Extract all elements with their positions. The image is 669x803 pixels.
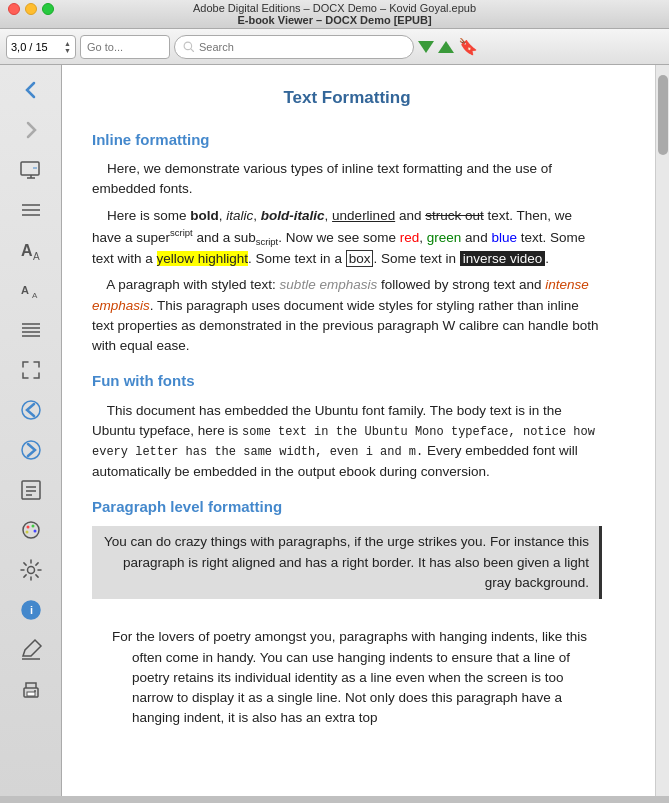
inline-para-2: Here is some bold, italic, bold-italic, … (92, 206, 602, 270)
print-button[interactable] (10, 671, 52, 709)
svg-point-17 (22, 441, 40, 459)
font-larger-icon: A A (19, 238, 43, 262)
back-icon (19, 78, 43, 102)
page-up-arrow[interactable]: ▲ (64, 40, 71, 47)
bold-text: bold (190, 208, 219, 223)
main-title: Adobe Digital Editions – DOCX Demo – Kov… (0, 2, 669, 14)
green-text: green (427, 229, 462, 244)
forward-icon (19, 118, 43, 142)
svg-point-25 (33, 530, 36, 533)
annotation-button[interactable] (10, 631, 52, 669)
svg-point-26 (25, 531, 28, 534)
highlights-button[interactable] (10, 471, 52, 509)
section-content-inline: Here, we demonstrate various types of in… (92, 159, 602, 356)
boxed-text: box (346, 250, 374, 267)
settings-button[interactable] (10, 551, 52, 589)
font-smaller-icon: A A (19, 278, 43, 302)
palette-button[interactable] (10, 511, 52, 549)
sub-title: E-book Viewer – DOCX Demo [EPUB] (0, 14, 669, 26)
content-area[interactable]: Text Formatting Inline formatting Here, … (62, 65, 669, 796)
toolbar: 3,0 / 15 ▲ ▼ 🔖 (0, 29, 669, 65)
svg-point-23 (26, 526, 29, 529)
bookmarks-icon (19, 318, 43, 342)
back-button[interactable] (10, 71, 52, 109)
search-up-button[interactable] (438, 41, 454, 53)
minimize-button[interactable] (25, 3, 37, 15)
blue-text: blue (491, 229, 517, 244)
print-icon (19, 678, 43, 702)
bold-italic-text: bold-italic (261, 208, 325, 223)
search-icon (183, 41, 195, 53)
library-icon (19, 398, 43, 422)
settings-icon (19, 558, 43, 582)
svg-rect-18 (22, 481, 40, 499)
superscript-text: script (170, 227, 193, 238)
section-content-paragraph: You can do crazy things with paragraphs,… (92, 526, 602, 728)
annotation-icon (19, 638, 43, 662)
svg-text:A: A (21, 284, 29, 296)
underline-text: underlined (332, 208, 395, 223)
display-mode-button[interactable] (10, 151, 52, 189)
toc-button[interactable] (10, 191, 52, 229)
section-heading-paragraph: Paragraph level formatting (92, 496, 602, 519)
italic-text: italic (226, 208, 253, 223)
svg-point-33 (34, 690, 36, 692)
font-larger-button[interactable]: A A (10, 231, 52, 269)
page-nav[interactable]: 3,0 / 15 ▲ ▼ (6, 35, 76, 59)
toc-icon (19, 198, 43, 222)
search-input[interactable] (199, 41, 405, 53)
font-smaller-button[interactable]: A A (10, 271, 52, 309)
red-text: red (400, 229, 420, 244)
maximize-button[interactable] (42, 3, 54, 15)
svg-text:A: A (21, 242, 33, 259)
mono-text: some text in the Ubuntu Mono typeface, n… (92, 425, 595, 459)
sidebar: A A A A (0, 65, 62, 796)
hanging-indent-para: For the lovers of poetry amongst you, pa… (92, 627, 602, 728)
inline-para-3: A paragraph with styled text: subtle emp… (92, 275, 602, 356)
page-down-arrow[interactable]: ▼ (64, 47, 71, 54)
scrollbar-track[interactable] (655, 65, 669, 796)
forward-button[interactable] (10, 111, 52, 149)
palette-icon (19, 518, 43, 542)
bookmark-icon[interactable]: 🔖 (458, 37, 478, 56)
section-heading-inline: Inline formatting (92, 129, 602, 152)
next-chapter-button[interactable] (10, 431, 52, 469)
goto-input[interactable] (80, 35, 170, 59)
page-nav-arrows[interactable]: ▲ ▼ (64, 40, 71, 54)
highlights-icon (19, 478, 43, 502)
main-layout: A A A A (0, 65, 669, 796)
subtle-text: subtle emphasis (280, 277, 378, 292)
subscript-text: script (256, 236, 279, 247)
next-chapter-icon (19, 438, 43, 462)
close-button[interactable] (8, 3, 20, 15)
right-aligned-para: You can do crazy things with paragraphs,… (92, 526, 602, 599)
library-button[interactable] (10, 391, 52, 429)
svg-text:A: A (33, 251, 40, 262)
traffic-lights (8, 3, 54, 15)
info-button[interactable]: i (10, 591, 52, 629)
svg-text:i: i (30, 604, 33, 616)
info-icon: i (19, 598, 43, 622)
book-content: Text Formatting Inline formatting Here, … (62, 65, 642, 763)
svg-line-1 (191, 48, 194, 51)
yellow-highlight-text: yellow highlight (157, 251, 249, 266)
section-content-fonts: This document has embedded the Ubuntu fo… (92, 401, 602, 482)
fullscreen-icon (19, 358, 43, 382)
strikethrough-text: struck out (425, 208, 484, 223)
svg-point-24 (31, 525, 34, 528)
svg-rect-32 (27, 692, 35, 696)
fullscreen-button[interactable] (10, 351, 52, 389)
page-display: 3,0 / 15 (11, 41, 48, 53)
inverse-text: inverse video (460, 251, 546, 266)
inline-para-1: Here, we demonstrate various types of in… (92, 159, 602, 200)
search-container (174, 35, 414, 59)
book-title: Text Formatting (92, 85, 602, 111)
bookmarks-list-button[interactable] (10, 311, 52, 349)
svg-point-16 (22, 401, 40, 419)
search-down-button[interactable] (418, 41, 434, 53)
display-icon (19, 158, 43, 182)
svg-point-27 (27, 567, 34, 574)
scrollbar-thumb[interactable] (658, 75, 668, 155)
fonts-para-1: This document has embedded the Ubuntu fo… (92, 401, 602, 482)
svg-point-22 (23, 522, 39, 538)
